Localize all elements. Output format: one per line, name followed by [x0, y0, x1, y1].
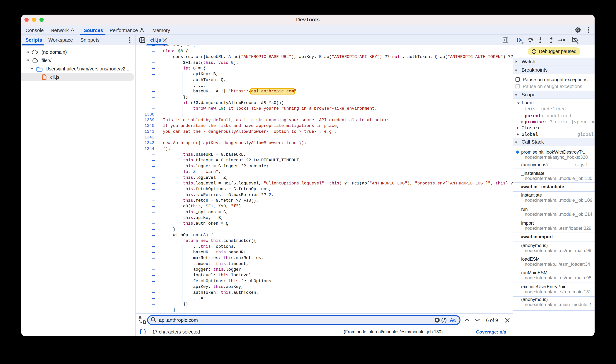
svg-text:B: B	[143, 319, 146, 324]
svg-text:A: A	[138, 315, 142, 320]
